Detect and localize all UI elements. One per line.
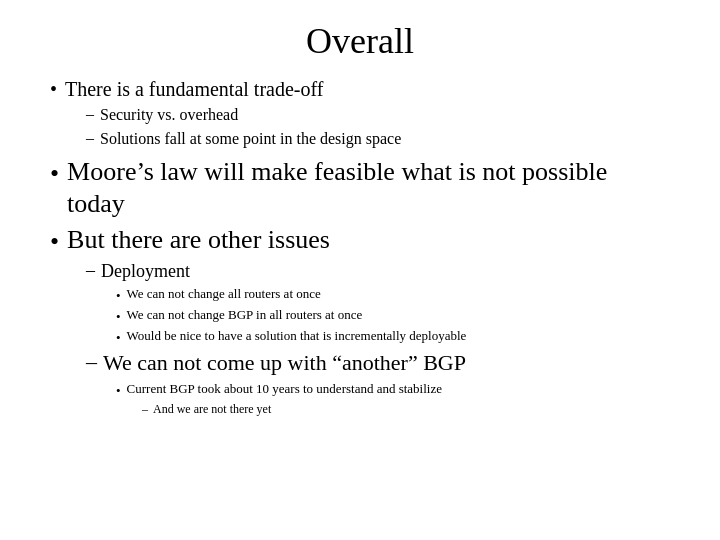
not-there-yet: – And we are not there yet: [142, 402, 670, 418]
bullet-1: • There is a fundamental trade-off: [50, 76, 670, 102]
slide-title: Overall: [50, 20, 670, 62]
dash-2-text: Solutions fall at some point in the desi…: [100, 129, 401, 150]
another-bgp-sub: • Current BGP took about 10 years to und…: [116, 381, 670, 418]
deployment-sub: • We can not change all routers at once …: [116, 286, 670, 346]
bgp-dot-1: • Current BGP took about 10 years to und…: [116, 381, 670, 399]
bullet-1-text: There is a fundamental trade-off: [65, 76, 323, 102]
dot-2-marker: •: [116, 309, 121, 325]
bullet-3-sub: – Deployment • We can not change all rou…: [86, 260, 670, 418]
tiny-dash-text: And we are not there yet: [153, 402, 271, 418]
bgp-dot-1-marker: •: [116, 383, 121, 399]
another-bgp-item: – We can not come up with “another” BGP: [86, 349, 670, 378]
bullet-3-text: But there are other issues: [67, 224, 330, 257]
tiny-dash-marker: –: [142, 402, 148, 417]
bgp-sub-sub: – And we are not there yet: [142, 402, 670, 418]
dash-1-text: Security vs. overhead: [100, 105, 238, 126]
deploy-dot-2: • We can not change BGP in all routers a…: [116, 307, 670, 325]
bullet-1-sub: – Security vs. overhead – Solutions fall…: [86, 105, 670, 150]
bullet-2-text: Moore’s law will make feasible what is n…: [67, 156, 670, 221]
dot-1-text: We can not change all routers at once: [127, 286, 321, 303]
dash-2-marker: –: [86, 129, 94, 147]
another-bgp-dash: –: [86, 349, 97, 375]
bullet-3: • But there are other issues: [50, 224, 670, 257]
deployment-text: Deployment: [101, 260, 190, 283]
bullet-1-sub-2: – Solutions fall at some point in the de…: [86, 129, 670, 150]
dot-2-text: We can not change BGP in all routers at …: [127, 307, 363, 324]
bullet-1-marker: •: [50, 78, 57, 101]
slide: Overall • There is a fundamental trade-o…: [0, 0, 720, 540]
dash-1-marker: –: [86, 105, 94, 123]
bullet-1-sub-1: – Security vs. overhead: [86, 105, 670, 126]
deploy-dot-3: • Would be nice to have a solution that …: [116, 328, 670, 346]
deploy-dot-1: • We can not change all routers at once: [116, 286, 670, 304]
deployment-dash: –: [86, 260, 95, 281]
bullet-3-marker: •: [50, 227, 59, 257]
another-bgp-text: We can not come up with “another” BGP: [103, 349, 466, 378]
bgp-dot-1-text: Current BGP took about 10 years to under…: [127, 381, 442, 398]
bullet-2-marker: •: [50, 159, 59, 189]
bullet-2: • Moore’s law will make feasible what is…: [50, 156, 670, 221]
dot-3-text: Would be nice to have a solution that is…: [127, 328, 467, 345]
dot-3-marker: •: [116, 330, 121, 346]
deployment-item: – Deployment: [86, 260, 670, 283]
dot-1-marker: •: [116, 288, 121, 304]
